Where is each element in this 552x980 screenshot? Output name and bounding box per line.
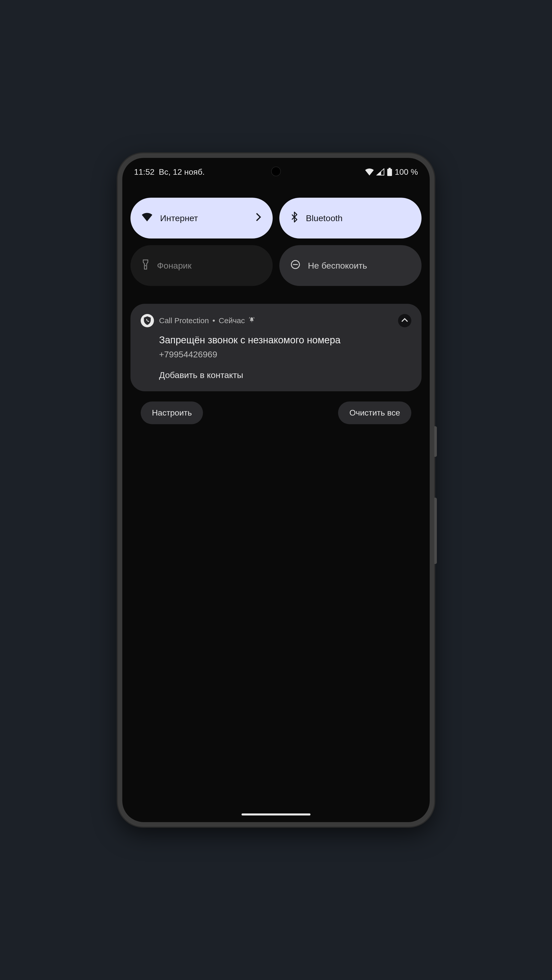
notification-number: +79954426969 (159, 350, 411, 360)
screen: 11:52 Вс, 12 нояб. 100 % (122, 158, 430, 822)
flashlight-icon (142, 259, 149, 272)
notification-time: Сейчас (219, 316, 245, 325)
manage-button[interactable]: Настроить (141, 401, 203, 424)
volume-button[interactable] (434, 498, 437, 564)
dnd-icon (290, 260, 300, 271)
qs-bluetooth-label: Bluetooth (306, 213, 343, 223)
battery-percent: 100 % (395, 167, 418, 177)
battery-icon (387, 168, 392, 176)
svg-point-2 (145, 265, 146, 266)
qs-dnd-label: Не беспокоить (308, 261, 367, 270)
svg-rect-1 (387, 169, 392, 176)
cellular-icon (377, 169, 384, 175)
collapse-button[interactable] (398, 314, 411, 327)
status-time: 11:52 (134, 167, 155, 177)
clear-all-button[interactable]: Очистить все (338, 401, 411, 424)
nav-handle[interactable] (241, 813, 311, 816)
notification-app-name: Call Protection (159, 316, 209, 325)
phone-frame: 11:52 Вс, 12 нояб. 100 % (118, 153, 434, 827)
qs-dnd[interactable]: Не беспокоить (279, 245, 421, 286)
chevron-right-icon (255, 213, 262, 224)
qs-flashlight-label: Фонарик (157, 261, 191, 270)
notification-title: Запрещён звонок с незнакомого номера (159, 334, 411, 347)
quick-settings-panel: Интернет Bluetooth Фонарик (122, 186, 430, 304)
front-camera (271, 167, 281, 176)
wifi-icon (142, 213, 152, 223)
bell-icon (249, 316, 255, 325)
power-button[interactable] (434, 426, 437, 457)
qs-bluetooth[interactable]: Bluetooth (279, 198, 421, 239)
bluetooth-icon (290, 212, 298, 224)
app-icon (141, 314, 154, 327)
notification-footer: Настроить Очистить все (131, 391, 421, 424)
qs-flashlight[interactable]: Фонарик (131, 245, 273, 286)
chevron-up-icon (401, 318, 408, 323)
wifi-icon (365, 169, 374, 175)
notification-area: Call Protection • Сейчас Запрещён (122, 304, 430, 424)
status-date: Вс, 12 нояб. (159, 167, 205, 177)
dot-separator: • (212, 316, 215, 325)
qs-internet-label: Интернет (160, 213, 198, 223)
qs-internet[interactable]: Интернет (131, 198, 273, 239)
notification-header: Call Protection • Сейчас (141, 314, 411, 327)
notification-card[interactable]: Call Protection • Сейчас Запрещён (131, 304, 421, 391)
svg-rect-0 (389, 168, 391, 169)
add-contact-action[interactable]: Добавить в контакты (159, 370, 411, 380)
